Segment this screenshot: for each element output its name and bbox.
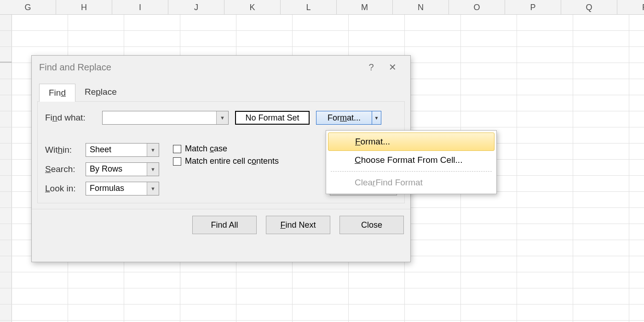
cell[interactable] xyxy=(517,176,573,191)
col-header[interactable]: L xyxy=(281,0,337,14)
cell[interactable] xyxy=(461,208,517,224)
cell[interactable] xyxy=(405,95,461,111)
cell[interactable] xyxy=(461,305,517,320)
col-header[interactable]: I xyxy=(112,0,168,14)
col-header[interactable]: Q xyxy=(561,0,617,14)
cell[interactable] xyxy=(461,240,517,256)
col-header[interactable]: J xyxy=(168,0,224,14)
col-header[interactable]: O xyxy=(449,0,505,14)
cell[interactable] xyxy=(629,305,644,320)
cell[interactable] xyxy=(629,79,644,95)
find-all-button[interactable]: Find All xyxy=(192,216,257,234)
cell[interactable] xyxy=(573,192,629,207)
cell[interactable] xyxy=(405,256,461,272)
cell[interactable] xyxy=(461,95,517,111)
cell[interactable] xyxy=(573,208,629,224)
cell[interactable] xyxy=(12,31,68,46)
cell[interactable] xyxy=(461,31,517,46)
cell[interactable] xyxy=(349,15,405,30)
cell[interactable] xyxy=(180,288,236,304)
cell[interactable] xyxy=(68,305,124,320)
cell[interactable] xyxy=(293,288,349,304)
col-header[interactable]: K xyxy=(224,0,281,14)
cell[interactable] xyxy=(461,79,517,95)
close-button[interactable]: Close xyxy=(339,216,404,234)
cell[interactable] xyxy=(629,224,644,240)
cell[interactable] xyxy=(517,305,573,320)
find-what-input[interactable]: ▼ xyxy=(102,111,229,125)
cell[interactable] xyxy=(573,15,629,30)
cell[interactable] xyxy=(124,272,180,288)
tab-replace[interactable]: Replace xyxy=(75,83,126,101)
cell[interactable] xyxy=(629,63,644,79)
cell[interactable] xyxy=(573,95,629,111)
cell[interactable] xyxy=(405,224,461,240)
cell[interactable] xyxy=(405,79,461,95)
cell[interactable] xyxy=(236,31,293,46)
cell[interactable] xyxy=(405,240,461,256)
cell[interactable] xyxy=(629,15,644,30)
cell[interactable] xyxy=(349,272,405,288)
cell[interactable] xyxy=(461,224,517,240)
cell[interactable] xyxy=(629,176,644,191)
row-header[interactable] xyxy=(0,176,12,191)
cell[interactable] xyxy=(68,288,124,304)
cell[interactable] xyxy=(517,95,573,111)
chevron-down-icon[interactable]: ▼ xyxy=(372,111,381,124)
match-case-checkbox[interactable]: Match case xyxy=(173,144,279,154)
cell[interactable] xyxy=(236,305,293,320)
cell[interactable] xyxy=(236,288,293,304)
cell[interactable] xyxy=(629,31,644,46)
cell[interactable] xyxy=(517,127,573,143)
cell[interactable] xyxy=(517,79,573,95)
cell[interactable] xyxy=(12,288,68,304)
cell[interactable] xyxy=(629,272,644,288)
row-header[interactable] xyxy=(0,47,12,63)
col-header[interactable]: P xyxy=(505,0,561,14)
cell[interactable] xyxy=(629,192,644,207)
cell[interactable] xyxy=(629,127,644,143)
cell[interactable] xyxy=(517,208,573,224)
cell[interactable] xyxy=(68,31,124,46)
row-header[interactable] xyxy=(0,305,12,320)
row-header[interactable] xyxy=(0,31,12,46)
row-header[interactable] xyxy=(0,63,12,79)
cell[interactable] xyxy=(405,288,461,304)
row-header[interactable] xyxy=(0,272,12,288)
cell[interactable] xyxy=(517,272,573,288)
cell[interactable] xyxy=(405,63,461,79)
cell[interactable] xyxy=(12,305,68,320)
col-header[interactable]: M xyxy=(337,0,393,14)
cell[interactable] xyxy=(293,31,349,46)
cell[interactable] xyxy=(12,272,68,288)
cell[interactable] xyxy=(405,305,461,320)
cell[interactable] xyxy=(461,63,517,79)
cell[interactable] xyxy=(405,192,461,207)
row-header[interactable] xyxy=(0,240,12,256)
cell[interactable] xyxy=(293,305,349,320)
row-header[interactable] xyxy=(0,15,12,30)
cell[interactable] xyxy=(517,63,573,79)
help-icon[interactable]: ? xyxy=(361,62,382,73)
cell[interactable] xyxy=(517,240,573,256)
row-header[interactable] xyxy=(0,224,12,240)
cell[interactable] xyxy=(629,208,644,224)
cell[interactable] xyxy=(517,15,573,30)
cell[interactable] xyxy=(461,47,517,63)
cell[interactable] xyxy=(405,31,461,46)
cell[interactable] xyxy=(461,288,517,304)
cell[interactable] xyxy=(573,47,629,63)
cell[interactable] xyxy=(517,224,573,240)
cell[interactable] xyxy=(629,256,644,272)
menu-item-format[interactable]: Format... xyxy=(328,132,494,151)
chevron-down-icon[interactable]: ▼ xyxy=(147,182,159,195)
cell[interactable] xyxy=(573,127,629,143)
cell[interactable] xyxy=(517,31,573,46)
cell[interactable] xyxy=(180,305,236,320)
cell[interactable] xyxy=(629,111,644,127)
cell[interactable] xyxy=(293,272,349,288)
cell[interactable] xyxy=(68,15,124,30)
cell[interactable] xyxy=(461,256,517,272)
row-header[interactable] xyxy=(0,111,12,127)
menu-item-choose-format-from-cell[interactable]: Choose Format From Cell... xyxy=(328,151,494,169)
